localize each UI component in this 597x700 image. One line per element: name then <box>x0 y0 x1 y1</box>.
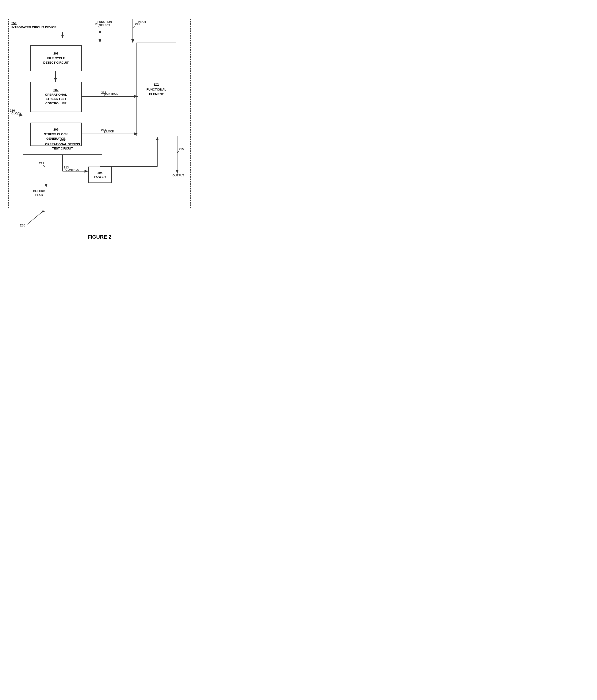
fe-ref: 201 <box>154 82 159 86</box>
svg-text:CONTROL: CONTROL <box>66 168 79 172</box>
stress-clock-box: 205 STRESS CLOCKGENERATOR <box>30 123 82 146</box>
op-stress-ctrl-box: 202 OPERATIONALSTRESS TESTCONTROLLER <box>30 82 82 112</box>
svg-text:218: 218 <box>95 22 100 26</box>
idle-cycle-box: 203 IDLE CYCLEDETECT CIRCUIT <box>30 45 82 71</box>
svg-line-27 <box>104 95 105 96</box>
functional-element-box: 201 FUNCTIONALELEMENT <box>137 43 176 136</box>
svg-line-31 <box>65 169 67 171</box>
svg-line-21 <box>98 26 99 28</box>
svg-text:FAILURE: FAILURE <box>33 190 45 193</box>
ic-device-label: 250 INTEGRATED CIRCUIT DEVICE <box>11 21 56 29</box>
svg-text:SELECT: SELECT <box>99 24 110 27</box>
stress-outer-box: 220 OPERATIONAL STRESSTEST CIRCUIT 203 I… <box>23 38 102 155</box>
svg-text:CONTROL: CONTROL <box>104 92 118 96</box>
svg-line-46 <box>27 213 41 225</box>
svg-line-23 <box>133 26 135 28</box>
idle-cycle-label: IDLE CYCLEDETECT CIRCUIT <box>43 56 69 65</box>
ref-200-svg: 200 <box>8 210 46 227</box>
power-ref: 204 <box>97 171 102 175</box>
svg-line-33 <box>177 151 178 153</box>
op-stress-ctrl-ref: 202 <box>53 88 58 92</box>
svg-text:215: 215 <box>178 147 184 151</box>
svg-text:211: 211 <box>39 161 44 165</box>
svg-text:FUNCTION: FUNCTION <box>97 20 112 24</box>
svg-line-35 <box>43 165 45 167</box>
stress-clock-ref: 205 <box>53 128 58 131</box>
svg-text:FLAG: FLAG <box>35 194 43 197</box>
idle-cycle-ref: 203 <box>53 52 58 55</box>
ic-device-box: 250 INTEGRATED CIRCUIT DEVICE 201 FUNCTI… <box>8 19 191 208</box>
svg-text:216: 216 <box>10 109 15 112</box>
svg-point-3 <box>99 31 101 33</box>
ic-ref: 250 <box>11 21 56 25</box>
page-container: 250 INTEGRATED CIRCUIT DEVICE 201 FUNCTI… <box>3 5 195 240</box>
ic-label-text: INTEGRATED CIRCUIT DEVICE <box>11 25 56 29</box>
svg-line-25 <box>15 113 18 115</box>
op-stress-ctrl-label: OPERATIONALSTRESS TESTCONTROLLER <box>45 93 67 105</box>
svg-line-29 <box>104 132 105 134</box>
svg-text:213: 213 <box>64 166 69 169</box>
figure-label: FIGURE 2 <box>3 234 195 240</box>
svg-text:INPUT: INPUT <box>138 20 147 24</box>
svg-text:210: 210 <box>135 22 140 26</box>
power-box: 204 POWER <box>88 167 112 183</box>
ref-200-text: 200 <box>20 223 25 227</box>
stress-clock-label: STRESS CLOCKGENERATOR <box>44 132 68 141</box>
ref-200-area: 200 <box>3 210 186 227</box>
power-label: POWER <box>94 175 105 178</box>
svg-text:OUTPUT: OUTPUT <box>172 174 184 177</box>
svg-text:CLOCK: CLOCK <box>104 130 114 133</box>
svg-text:CLOCK: CLOCK <box>11 112 22 115</box>
fe-label: FUNCTIONALELEMENT <box>147 87 166 96</box>
